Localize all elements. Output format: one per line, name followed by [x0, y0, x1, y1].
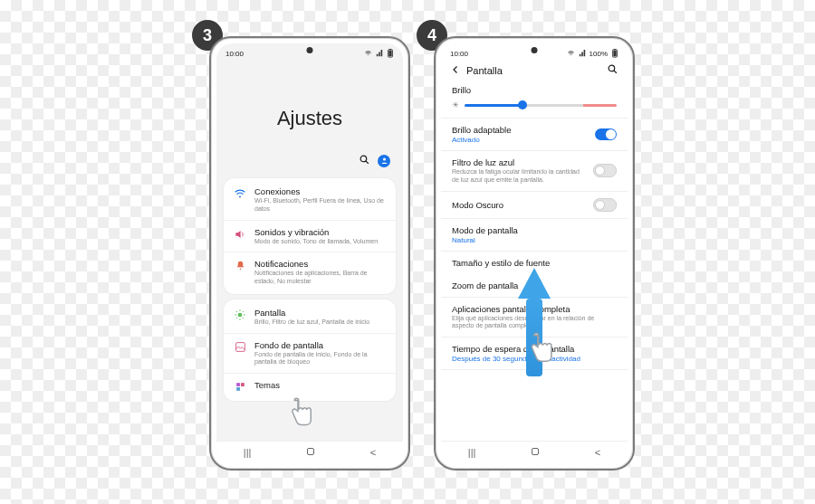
android-navbar: ||| <: [441, 441, 628, 463]
svg-rect-12: [308, 449, 314, 455]
row-title: Pantalla: [254, 308, 387, 318]
phone-mockup-3: 10:00 Ajustes: [209, 36, 410, 471]
sun-icon: ☀: [452, 100, 459, 109]
settings-item-conexiones[interactable]: Conexiones Wi-Fi, Bluetooth, Perfil Fuer…: [224, 180, 396, 220]
wifi-icon: [233, 187, 247, 200]
timeout-row[interactable]: Tiempo de espera de la pantalla Después …: [441, 338, 628, 370]
svg-rect-1: [388, 51, 391, 57]
svg-rect-14: [613, 51, 616, 57]
search-icon[interactable]: [607, 63, 618, 77]
wallpaper-icon: [233, 341, 247, 353]
svg-rect-2: [389, 49, 392, 50]
settings-item-fondo[interactable]: Fondo de pantalla Fondo de pantalla de i…: [224, 333, 396, 374]
zoom-row[interactable]: Zoom de pantalla: [441, 274, 628, 298]
row-title: Modo Oscuro: [452, 200, 503, 210]
row-subtitle: Fondo de pantalla de inicio, Fondo de la…: [254, 351, 387, 367]
row-title: Zoom de pantalla: [452, 281, 617, 290]
svg-point-3: [360, 156, 367, 162]
row-subtitle: Brillo, Filtro de luz azul, Pantalla de …: [254, 319, 387, 327]
settings-item-temas[interactable]: Temas: [224, 373, 396, 399]
svg-rect-10: [241, 383, 244, 386]
row-status: Después de 30 segundos de inactividad: [452, 355, 617, 363]
brightness-icon: [233, 309, 247, 321]
app-bar: Pantalla: [441, 60, 628, 79]
svg-rect-9: [236, 383, 240, 386]
settings-item-sonidos[interactable]: Sonidos y vibración Modo de sonido, Tono…: [224, 220, 396, 252]
row-title: Tiempo de espera de la pantalla: [452, 344, 617, 354]
row-title: Brillo adaptable: [452, 125, 512, 135]
tap-gesture-icon: [287, 396, 314, 429]
row-status: Natural: [452, 236, 617, 244]
signal-icon: [579, 50, 586, 57]
fullscreen-apps-row[interactable]: Aplicaciones pantalla completa Elija qué…: [441, 298, 628, 338]
brightness-section: Brillo ☀: [441, 79, 628, 119]
svg-point-16: [609, 65, 615, 71]
nav-back[interactable]: <: [595, 447, 600, 458]
svg-rect-8: [235, 342, 244, 351]
nav-recents[interactable]: |||: [244, 447, 252, 458]
settings-card-1: Conexiones Wi-Fi, Bluetooth, Perfil Fuer…: [224, 178, 396, 294]
svg-rect-17: [532, 449, 539, 455]
svg-point-7: [238, 312, 243, 317]
svg-point-5: [239, 196, 241, 198]
row-subtitle: Notificaciones de aplicaciones, Barra de…: [254, 270, 387, 286]
row-title: Fondo de pantalla: [254, 340, 387, 350]
settings-item-notificaciones[interactable]: Notificaciones Notificaciones de aplicac…: [224, 252, 396, 292]
bell-icon: [233, 260, 247, 271]
row-subtitle: Wi-Fi, Bluetooth, Perfil Fuera de línea,…: [254, 197, 387, 214]
row-title: Sonidos y vibración: [254, 227, 387, 237]
row-title: Modo de pantalla: [452, 225, 617, 235]
darkmode-row[interactable]: Modo Oscuro: [441, 192, 628, 219]
android-navbar: ||| <: [216, 441, 403, 463]
battery-icon: [611, 49, 618, 58]
fontsize-row[interactable]: Tamaño y estilo de fuente: [441, 252, 628, 274]
back-icon[interactable]: [450, 64, 461, 77]
row-title: Aplicaciones pantalla completa: [452, 304, 617, 314]
nav-home[interactable]: [530, 446, 541, 459]
svg-point-4: [383, 158, 386, 161]
wifi-icon: [567, 50, 575, 57]
status-time: 10:00: [450, 50, 468, 58]
search-icon[interactable]: [359, 154, 370, 167]
nav-recents[interactable]: |||: [468, 447, 476, 458]
row-title: Conexiones: [254, 186, 387, 196]
page-title: Ajustes: [216, 107, 403, 130]
row-title: Filtro de luz azul: [452, 157, 588, 167]
settings-item-pantalla[interactable]: Pantalla Brillo, Filtro de luz azul, Pan…: [224, 301, 396, 333]
adaptive-brightness-row[interactable]: Brillo adaptable Activado: [441, 119, 628, 151]
row-subtitle: Modo de sonido, Tono de llamada, Volumen: [254, 238, 387, 246]
settings-card-2: Pantalla Brillo, Filtro de luz azul, Pan…: [224, 300, 396, 401]
row-subtitle: Elija qué aplicaciones desea usar en la …: [452, 315, 617, 331]
svg-rect-15: [614, 49, 617, 50]
nav-back[interactable]: <: [370, 447, 376, 458]
row-title: Tamaño y estilo de fuente: [452, 258, 617, 268]
label: Brillo: [452, 85, 617, 95]
camera-notch: [307, 47, 313, 53]
row-title: Notificaciones: [254, 259, 387, 269]
themes-icon: [233, 381, 247, 393]
phone-mockup-4: 10:00 100%: [434, 36, 635, 471]
row-status: Activado: [452, 136, 512, 144]
wifi-icon: [364, 50, 372, 57]
screen-title: Pantalla: [466, 65, 503, 76]
bluelight-row[interactable]: Filtro de luz azul Reduzca la fatiga ocu…: [441, 151, 628, 192]
row-title: Temas: [254, 380, 387, 390]
brightness-slider[interactable]: ☀: [452, 99, 617, 111]
toggle-on[interactable]: [595, 128, 617, 140]
signal-icon: [376, 50, 383, 57]
battery-text: 100%: [590, 50, 608, 58]
svg-point-6: [239, 269, 241, 271]
account-avatar[interactable]: [378, 155, 390, 167]
battery-icon: [387, 49, 394, 58]
nav-home[interactable]: [305, 446, 316, 459]
toggle-off[interactable]: [593, 198, 617, 212]
sound-icon: [233, 228, 247, 241]
camera-notch: [532, 47, 538, 53]
status-time: 10:00: [225, 50, 244, 58]
row-subtitle: Reduzca la fatiga ocular limitando la ca…: [452, 168, 588, 185]
svg-rect-11: [236, 387, 240, 391]
screenmode-row[interactable]: Modo de pantalla Natural: [441, 219, 628, 252]
toggle-off[interactable]: [593, 164, 617, 177]
